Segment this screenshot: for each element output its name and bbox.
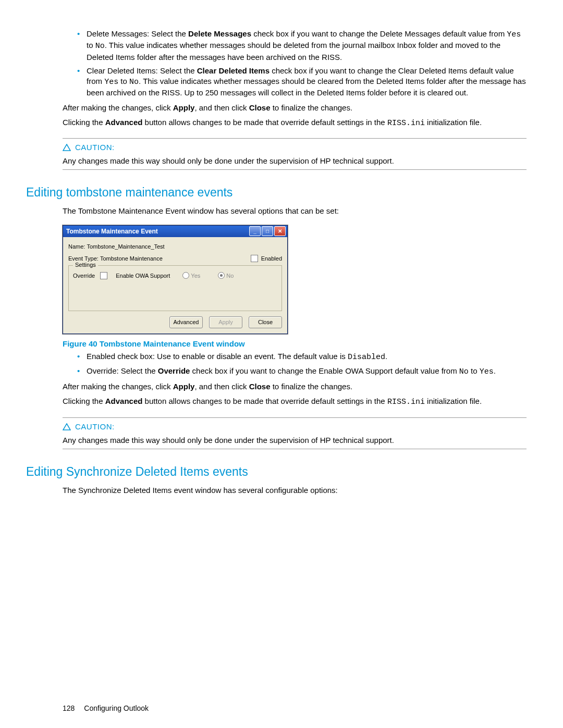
text-mono: Yes xyxy=(480,367,494,376)
caution-box: CAUTION: Any changes made this way shoul… xyxy=(63,138,527,170)
page-footer: 128Configuring Outlook xyxy=(63,704,149,712)
text: to xyxy=(118,77,129,85)
name-label: Name: xyxy=(68,243,85,250)
paragraph: The Synchronize Deleted Items event wind… xyxy=(63,485,527,496)
text-mono: RISS.ini xyxy=(387,398,425,406)
text: initialization file. xyxy=(425,118,482,127)
radio-yes-label: Yes xyxy=(191,273,200,279)
list-item: Delete Messages: Select the Delete Messa… xyxy=(77,29,527,63)
text: After making the changes, click xyxy=(63,382,173,391)
text: Enabled check box: Use to enable or disa… xyxy=(87,352,348,361)
list-item: Override: Select the Override check box … xyxy=(77,366,527,377)
bullet-list-1: Delete Messages: Select the Delete Messa… xyxy=(63,29,527,98)
override-row: Override Enable OWA Support Yes No xyxy=(73,272,277,279)
text: , and then click xyxy=(194,382,249,391)
minimize-button[interactable]: _ xyxy=(249,226,261,236)
owa-label: Enable OWA Support xyxy=(116,273,170,279)
caution-label: CAUTION: xyxy=(75,422,115,431)
radio-no-label: No xyxy=(226,273,234,279)
caution-box: CAUTION: Any changes made this way shoul… xyxy=(63,417,527,449)
paragraph: Clicking the Advanced button allows chan… xyxy=(63,396,527,408)
type-value: Tombstone Maintenance xyxy=(100,255,163,262)
radio-no[interactable] xyxy=(218,272,225,279)
caution-body: Any changes made this way should only be… xyxy=(63,156,527,166)
paragraph: After making the changes, click Apply, a… xyxy=(63,103,527,113)
list-item: Enabled check box: Use to enable or disa… xyxy=(77,351,527,363)
dialog-body: Name: Tombstone_Maintenance_Test Event T… xyxy=(63,237,287,334)
radio-yes[interactable] xyxy=(182,272,189,279)
text: Clear Deleted Items: Select the xyxy=(87,66,197,75)
text: Clicking the xyxy=(63,118,105,127)
text: check box if you want to change the Enab… xyxy=(190,366,459,375)
paragraph: Clicking the Advanced button allows chan… xyxy=(63,117,527,129)
text: button allows changes to be made that ov… xyxy=(142,118,387,127)
close-button[interactable]: ✕ xyxy=(274,226,286,236)
footer-section: Configuring Outlook xyxy=(84,704,149,712)
text-mono: No xyxy=(129,78,139,87)
text-mono: No xyxy=(95,42,105,51)
text: After making the changes, click xyxy=(63,103,173,112)
name-row: Name: Tombstone_Maintenance_Test xyxy=(68,243,282,250)
text: to xyxy=(469,366,480,375)
text: Override: Select the xyxy=(87,366,158,375)
section-heading: Editing tombstone maintenance events xyxy=(26,186,527,200)
advanced-button[interactable]: Advanced xyxy=(169,316,203,328)
text-mono: RISS.ini xyxy=(387,119,425,128)
divider xyxy=(63,138,527,139)
text-mono: No xyxy=(459,367,469,376)
enabled-checkbox[interactable] xyxy=(251,255,258,262)
text: . xyxy=(385,352,387,361)
text: initialization file. xyxy=(425,397,482,405)
text-mono: Yes xyxy=(507,30,521,39)
text: to xyxy=(87,41,95,50)
dialog-window: Tombstone Maintenance Event _ □ ✕ Name: … xyxy=(63,225,288,334)
override-checkbox[interactable] xyxy=(100,272,107,279)
text: . This value indicates whether messages … xyxy=(87,41,500,61)
text-bold: Advanced xyxy=(105,118,143,127)
text-bold: Override xyxy=(158,366,190,375)
warning-triangle-icon xyxy=(63,144,71,151)
text-bold: Advanced xyxy=(105,397,143,405)
divider xyxy=(63,417,527,418)
text: button allows changes to be made that ov… xyxy=(142,397,387,405)
enabled-label: Enabled xyxy=(261,255,282,262)
text-bold: Apply xyxy=(173,103,195,112)
section-heading: Editing Synchronize Deleted Items events xyxy=(26,465,527,479)
dialog-buttons: Advanced Apply Close xyxy=(68,316,282,328)
text-bold: Close xyxy=(249,103,271,112)
warning-triangle-icon xyxy=(63,423,71,430)
caution-header: CAUTION: xyxy=(63,421,527,432)
figure-caption: Figure 40 Tombstone Maintenance Event wi… xyxy=(63,339,527,348)
page: Delete Messages: Select the Delete Messa… xyxy=(0,0,563,728)
list-item: Clear Deleted Items: Select the Clear De… xyxy=(77,66,527,98)
page-number: 128 xyxy=(63,704,75,712)
close-dialog-button[interactable]: Close xyxy=(249,316,282,328)
text: . This value indicates whether messages … xyxy=(87,77,526,97)
text-bold: Apply xyxy=(173,382,195,391)
text-mono: Yes xyxy=(104,78,118,87)
override-label: Override xyxy=(73,273,95,279)
enabled-control: Enabled xyxy=(251,255,282,262)
text: Delete Messages: Select the xyxy=(87,29,188,38)
text: . xyxy=(494,366,496,375)
divider xyxy=(63,449,527,449)
caution-body: Any changes made this way should only be… xyxy=(63,435,527,446)
maximize-button[interactable]: □ xyxy=(262,226,273,236)
bullet-list-2: Enabled check box: Use to enable or disa… xyxy=(63,351,527,378)
caution-header: CAUTION: xyxy=(63,142,527,153)
dialog-title: Tombstone Maintenance Event xyxy=(66,228,158,235)
divider xyxy=(63,169,527,170)
dialog-titlebar[interactable]: Tombstone Maintenance Event _ □ ✕ xyxy=(63,226,287,237)
radio-no-group: No xyxy=(218,272,234,279)
window-controls: _ □ ✕ xyxy=(249,226,286,236)
text: to finalize the changes. xyxy=(271,103,353,112)
text-bold: Clear Deleted Items xyxy=(197,66,270,75)
paragraph: After making the changes, click Apply, a… xyxy=(63,381,527,392)
apply-button[interactable]: Apply xyxy=(209,316,242,328)
settings-fieldset: Settings Override Enable OWA Support Yes… xyxy=(68,265,282,311)
text-bold: Delete Messages xyxy=(188,29,251,38)
text: check box if you want to change the Dele… xyxy=(251,29,507,38)
caution-label: CAUTION: xyxy=(75,143,115,152)
name-value: Tombstone_Maintenance_Test xyxy=(87,243,164,250)
text: Clicking the xyxy=(63,397,105,405)
